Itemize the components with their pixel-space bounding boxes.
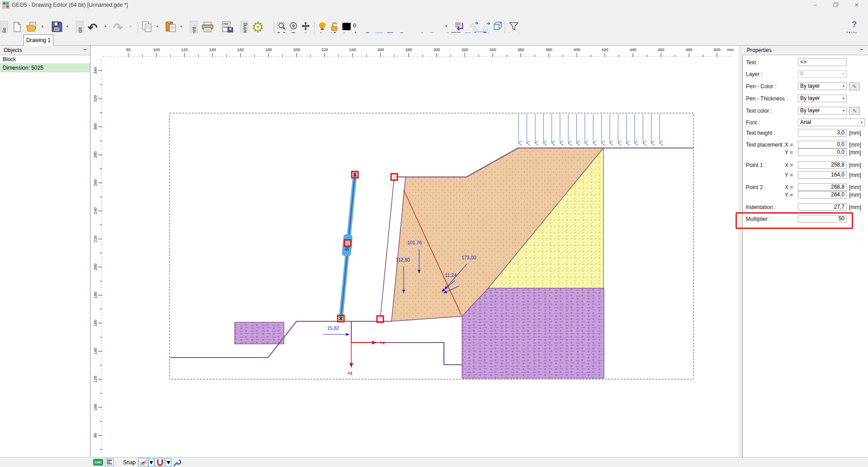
indentation-label: Indentation :: [746, 204, 776, 210]
handle-wall-bottom[interactable]: [377, 316, 383, 322]
force-label-173: 173,00: [462, 255, 476, 260]
application-window: GEO5 - Drawing Editor (64 bit) [Unnamed.…: [0, 0, 868, 467]
snap-mode-button[interactable]: [138, 458, 148, 467]
pen-color-caret[interactable]: ▾: [843, 83, 844, 90]
point1-x-eq: X =: [785, 162, 797, 168]
text-color-caret[interactable]: ▾: [843, 107, 844, 114]
object-list-item-dimension-selected[interactable]: Dimension: 5025: [0, 64, 90, 72]
save-caret[interactable]: ▾: [66, 24, 68, 29]
layer-combo-caret[interactable]: ▾: [445, 24, 447, 28]
point1-y-field[interactable]: 164,0: [798, 171, 847, 179]
visibility-bulb-icon[interactable]: [318, 22, 326, 32]
objects-collapse-button[interactable]: −: [83, 45, 87, 54]
restore-button[interactable]: [828, 0, 844, 10]
copy-caret[interactable]: ▾: [156, 24, 158, 29]
undo-caret[interactable]: ▾: [104, 24, 106, 29]
force-label-112: 112,80: [396, 257, 410, 262]
lock-icon[interactable]: [330, 22, 339, 32]
text-color-picker-button[interactable]: ✎: [849, 107, 860, 115]
font-combo-caret[interactable]: ▾: [861, 119, 863, 126]
open-file-caret[interactable]: ▾: [42, 24, 43, 29]
paste-button[interactable]: [165, 21, 177, 33]
copy-format-button[interactable]: [469, 21, 480, 31]
axis-z-label: +z: [348, 371, 353, 376]
paste-caret[interactable]: ▾: [180, 24, 182, 29]
pen-color-picker-button[interactable]: ✎: [849, 82, 860, 91]
object-list-item-block[interactable]: Block: [0, 55, 90, 64]
panel-splitter[interactable]: [739, 46, 742, 457]
soil-block-small[interactable]: [235, 322, 284, 344]
tab-drawing-1[interactable]: Drawing 1: [24, 34, 53, 46]
new-file-button[interactable]: [12, 22, 22, 33]
svg-text:460: 460: [657, 48, 664, 52]
point1-x-field[interactable]: 258,8: [798, 161, 847, 169]
objects-panel: [0, 46, 90, 457]
properties-panel-header: Properties −: [742, 46, 868, 55]
svg-text:220: 220: [93, 235, 98, 242]
svg-text:220: 220: [321, 48, 328, 52]
text-field[interactable]: <>: [798, 58, 847, 66]
pen-color-combo[interactable]: ▾By layer: [798, 82, 847, 90]
svg-text:180: 180: [93, 291, 98, 298]
pen-color-label: Pen - Color :: [746, 83, 776, 90]
wall-line[interactable]: [380, 177, 394, 319]
handle-dimension-end[interactable]: [352, 172, 358, 178]
copy-button[interactable]: [142, 21, 153, 33]
minimize-button[interactable]: –: [807, 0, 823, 10]
terrain-outline-pit[interactable]: [351, 321, 462, 365]
drawing-canvas[interactable]: 8010012014016018020022024026028030032034…: [91, 46, 739, 457]
text-color-combo[interactable]: ▾By layer: [798, 107, 847, 114]
placement-x-field[interactable]: 0,0: [798, 141, 847, 148]
layers-status-icon[interactable]: [105, 458, 114, 466]
close-button[interactable]: ✕: [849, 0, 864, 10]
box-3d-button[interactable]: [493, 21, 504, 31]
pen-color-swatch[interactable]: [342, 23, 351, 30]
soil-region-purple[interactable]: [462, 288, 604, 378]
pdf-cad-export-button[interactable]: PDF CAD: [222, 21, 234, 33]
magnet-snap-button[interactable]: [155, 458, 165, 467]
title-bar: GEO5 - Drawing Editor (64 bit) [Unnamed.…: [0, 0, 868, 10]
text-height-field[interactable]: 3,0: [798, 129, 847, 137]
zoom-in-button[interactable]: [289, 22, 298, 31]
point2-y-field[interactable]: 264,0: [798, 191, 847, 199]
point2-x-field[interactable]: 268,8: [798, 183, 847, 191]
svg-text:120: 120: [181, 48, 188, 52]
svg-text:320: 320: [93, 95, 98, 102]
cad-status-icon[interactable]: CAD: [93, 459, 103, 466]
svg-text:240: 240: [349, 48, 356, 52]
text-field-label: Text :: [746, 59, 759, 66]
handle-wall-top[interactable]: [391, 174, 397, 180]
font-combo[interactable]: ▾Arial: [798, 119, 865, 126]
svg-text:360: 360: [517, 48, 524, 52]
point2-x-eq: X =: [785, 184, 797, 191]
apply-to-layer-icon[interactable]: [454, 21, 465, 32]
svg-text:140: 140: [93, 348, 98, 354]
help-icon[interactable]: ?: [852, 20, 857, 29]
multiplier-field[interactable]: 50: [798, 215, 847, 223]
placement-x-eq: X =: [785, 142, 797, 148]
filter-button[interactable]: [509, 22, 519, 31]
snap-settings-wrench-icon[interactable]: [173, 458, 182, 467]
placement-y-field[interactable]: 0,0: [798, 148, 847, 156]
svg-text:340: 340: [489, 48, 496, 52]
save-button[interactable]: [52, 21, 62, 32]
tab-bar: + ✕: [0, 33, 868, 46]
handle-dimension-text[interactable]: [344, 240, 351, 246]
properties-collapse-button[interactable]: −: [860, 45, 863, 54]
magnet-snap-caret[interactable]: ▾: [165, 458, 171, 467]
pen-thickness-combo[interactable]: ▾By layer: [798, 95, 847, 102]
svg-text:200: 200: [293, 48, 300, 52]
pan-button[interactable]: [301, 22, 310, 31]
handle-dimension-start[interactable]: [338, 315, 344, 322]
snap-label: Snap :: [123, 459, 139, 466]
svg-text:200: 200: [93, 263, 98, 270]
indentation-field[interactable]: 27,7: [798, 203, 847, 211]
layer-combo-value[interactable]: 0: [353, 23, 356, 29]
placement-x-unit: [mm]: [849, 142, 861, 148]
placement-y-eq: Y =: [785, 149, 797, 156]
open-file-button[interactable]: [26, 21, 38, 33]
snap-mode-caret[interactable]: ▾: [148, 458, 154, 467]
pen-thickness-caret[interactable]: ▾: [843, 95, 844, 102]
zoom-window-button[interactable]: [277, 22, 287, 31]
print-button[interactable]: [202, 22, 214, 32]
